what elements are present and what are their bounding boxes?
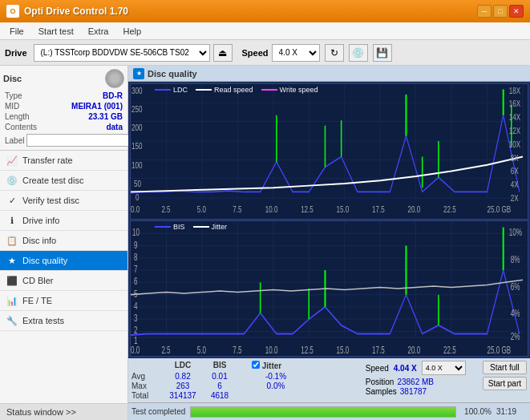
stats-total-label: Total [131,391,162,400]
svg-text:4%: 4% [511,309,520,319]
svg-text:2X: 2X [511,194,519,203]
status-window-label: Status window >> [6,407,76,417]
menu-help[interactable]: Help [116,25,148,38]
bis-chart-legend: BIS Jitter [155,223,227,231]
nav-item-fe-te-label: FE / TE [22,296,52,305]
verify-test-disc-icon: ✓ [6,195,18,206]
window-controls[interactable]: ─ □ ✕ [477,5,524,18]
nav-item-create-test-disc[interactable]: 💿 Create test disc [0,171,127,191]
svg-text:300: 300 [131,87,142,95]
position-samples-block: Position 23862 MB Samples 381787 [366,378,478,396]
progress-status-label: Test completed [131,407,185,416]
close-button[interactable]: ✕ [509,5,524,18]
nav-items: 📈 Transfer rate 💿 Create test disc ✓ Ver… [0,151,127,403]
nav-item-disc-quality[interactable]: ★ Disc quality [0,251,127,271]
svg-text:2.5: 2.5 [161,345,170,355]
save-button[interactable]: 💾 [373,44,392,62]
write-speed-legend-dot [261,89,277,91]
svg-text:17.5: 17.5 [372,205,385,214]
status-window-button[interactable]: Status window >> [0,403,127,420]
write-speed-legend-label: Write speed [280,86,318,94]
menu-start-test[interactable]: Start test [32,25,80,38]
disc-image [105,69,124,88]
svg-text:50: 50 [134,180,141,188]
nav-item-transfer-rate-label: Transfer rate [22,155,73,165]
cd-bler-icon: ⬛ [6,275,18,286]
disc-label-input[interactable] [26,134,133,147]
stats-max-jitter: 0.0% [252,382,300,390]
drive-info-icon: ℹ [6,215,18,226]
drive-label: Drive [5,48,27,58]
jitter-legend-label: Jitter [212,223,228,231]
disc-mid-value: MEIRA1 (001) [71,102,123,111]
nav-item-drive-info[interactable]: ℹ Drive info [0,211,127,231]
transfer-rate-icon: 📈 [6,155,18,166]
disc-button[interactable]: 💿 [349,44,368,62]
nav-item-disc-quality-label: Disc quality [22,256,67,265]
eject-button[interactable]: ⏏ [213,44,233,62]
svg-text:25.0 GB: 25.0 GB [487,345,511,355]
start-part-button[interactable]: Start part [483,377,527,390]
stats-panel: LDC BIS Jitter Avg 0.82 0.01 -0.1% [128,358,530,402]
disc-section-title: Disc [3,74,22,83]
minimize-button[interactable]: ─ [477,5,492,18]
nav-item-verify-test-disc-label: Verify test disc [22,196,79,205]
jitter-legend-item: Jitter [193,223,228,231]
progress-bar-inner [191,407,455,417]
svg-text:4: 4 [134,301,138,311]
speed-select-stats[interactable]: 4.0 X [422,361,466,375]
ldc-chart-legend: LDC Read speed Write speed [155,86,318,94]
disc-label-label: Label [5,136,24,145]
speed-select[interactable]: 4.0 X 8.0 X [272,44,320,62]
svg-text:7: 7 [134,265,138,275]
stats-total-jitter [252,391,300,400]
svg-text:5.0: 5.0 [197,205,206,214]
disc-quality-header-icon: ★ [133,68,144,79]
disc-length-value: 23.31 GB [88,112,123,121]
read-speed-legend-item: Read speed [196,86,253,94]
svg-text:8X: 8X [511,154,519,163]
progress-bar-container: Test completed 100.0% 31:19 [128,402,530,420]
start-full-button[interactable]: Start full [483,361,527,374]
svg-text:25.0 GB: 25.0 GB [487,205,511,214]
nav-item-fe-te[interactable]: 📊 FE / TE [0,291,127,311]
jitter-checkbox[interactable] [252,361,260,369]
nav-item-cd-bler[interactable]: ⬛ CD Bler [0,271,127,291]
svg-text:22.5: 22.5 [443,345,456,355]
maximize-button[interactable]: □ [493,5,508,18]
nav-item-create-test-disc-label: Create test disc [22,176,83,185]
nav-item-extra-tests[interactable]: 🔧 Extra tests [0,311,127,331]
app-icon: O [6,5,19,18]
svg-text:15.0: 15.0 [337,205,350,214]
nav-item-drive-info-label: Drive info [22,216,59,225]
nav-item-extra-tests-label: Extra tests [22,316,64,325]
refresh-button[interactable]: ↻ [325,44,344,62]
svg-text:8%: 8% [511,254,520,265]
ldc-chart: LDC Read speed Write speed [130,83,528,220]
svg-rect-0 [131,84,528,219]
nav-item-cd-bler-label: CD Bler [22,276,54,285]
svg-text:0.0: 0.0 [131,345,140,355]
nav-item-transfer-rate[interactable]: 📈 Transfer rate [0,151,127,171]
menu-file[interactable]: File [3,25,30,38]
disc-header: Disc [3,69,124,88]
menu-extra[interactable]: Extra [82,25,115,38]
svg-text:250: 250 [131,105,142,114]
bis-chart: BIS Jitter [130,220,528,357]
svg-text:0: 0 [136,193,139,202]
disc-mid-row: MID MEIRA1 (001) [3,101,124,111]
disc-contents-row: Contents data [3,122,124,132]
stats-jitter-check-cell: Jitter [252,361,300,370]
samples-value: 381787 [400,387,427,396]
nav-item-verify-test-disc[interactable]: ✓ Verify test disc [0,191,127,211]
disc-quality-title: Disc quality [148,69,197,79]
disc-label-row: Label ✏ [3,134,124,147]
bis-legend-label: BIS [173,223,185,231]
svg-text:18X: 18X [509,87,520,95]
nav-item-disc-info[interactable]: 📋 Disc info [0,231,127,251]
app-title: Opti Drive Control 1.70 [24,6,128,17]
drive-select[interactable]: (L:) TSSTcorp BDDVDW SE-506CB TS02 [34,44,210,62]
progress-percent: 100.0% [461,407,492,416]
svg-text:4X: 4X [511,180,519,189]
write-speed-legend-item: Write speed [261,86,318,94]
